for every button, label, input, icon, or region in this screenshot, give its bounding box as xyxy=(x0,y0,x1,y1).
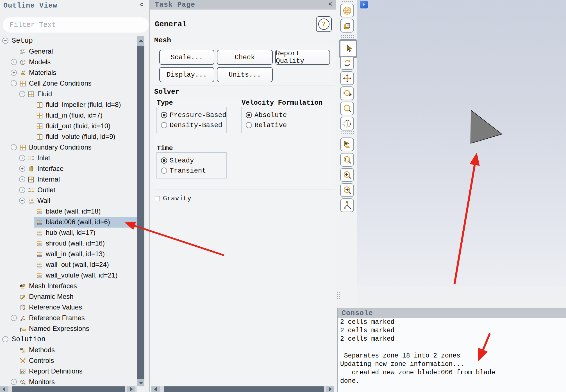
tree-item-label: Methods xyxy=(29,346,55,354)
radio-unselected-icon[interactable] xyxy=(246,122,252,128)
expand-toggle-icon[interactable]: + xyxy=(11,70,17,76)
tree-item-wall-in-wall-id-13[interactable]: wall_in (wall, id=13) xyxy=(0,249,137,260)
gravity-checkbox[interactable] xyxy=(155,196,160,201)
expand-toggle-icon[interactable]: + xyxy=(11,379,17,385)
expand-toggle-icon[interactable]: + xyxy=(11,315,17,321)
display-mesh-button[interactable] xyxy=(340,4,354,17)
zoom-area-button[interactable] xyxy=(340,102,354,115)
tree-item-outlet[interactable]: +Outlet xyxy=(0,185,137,196)
tree-item-mesh-interfaces[interactable]: Mesh Interfaces xyxy=(0,281,137,292)
tree-item-monitors[interactable]: +Monitors xyxy=(0,377,137,388)
task-hscrollbar[interactable] xyxy=(151,386,334,392)
probe-info-button[interactable] xyxy=(340,117,354,130)
pan-view-button[interactable] xyxy=(340,71,354,85)
tree-item-methods[interactable]: Methods xyxy=(0,345,137,356)
zoom-in-out-button[interactable] xyxy=(340,86,354,100)
outline-collapse-icon[interactable]: < xyxy=(139,1,143,9)
tree-item-blade-wall-id-18[interactable]: blade (wall, id=18) xyxy=(0,206,137,217)
tree-item-models[interactable]: +Models xyxy=(0,57,137,68)
view-orientation-button[interactable] xyxy=(340,19,354,33)
zoom-back-button[interactable] xyxy=(340,168,354,182)
outline-hscrollbar[interactable] xyxy=(0,386,137,392)
radio-unselected-icon[interactable] xyxy=(161,168,167,174)
expand-toggle-icon[interactable]: + xyxy=(19,187,25,193)
tree-item-wall-out-wall-id-24[interactable]: wall_out (wall, id=24) xyxy=(0,260,137,270)
tree-item-materials[interactable]: +Materials xyxy=(0,68,137,78)
tree-item-setup[interactable]: −Setup xyxy=(0,36,137,46)
relative-radio[interactable]: Relative xyxy=(246,121,287,130)
console-output[interactable]: 2 cells marked2 cells marked2 cells mark… xyxy=(338,318,566,392)
expand-toggle-icon[interactable]: + xyxy=(11,59,17,65)
display-button[interactable]: Display... xyxy=(159,67,214,82)
scroll-thumb[interactable] xyxy=(137,46,144,379)
tree-item-hub-wall-id-17[interactable]: hub (wall, id=17) xyxy=(0,228,137,238)
tree-item-inlet[interactable]: +Inlet xyxy=(0,153,137,164)
expand-toggle-icon[interactable]: + xyxy=(19,155,25,161)
tree-item-blade-006-wall-id-6[interactable]: blade:006 (wall, id=6) xyxy=(0,217,137,228)
help-button[interactable]: ? xyxy=(316,16,332,32)
tree-item-reference-frames[interactable]: +Reference Frames xyxy=(0,313,137,324)
collapse-toggle-icon[interactable]: − xyxy=(11,80,17,86)
check-button[interactable]: Check xyxy=(217,50,273,65)
task-page-collapse-icon[interactable]: < xyxy=(328,1,332,8)
tree-item-internal[interactable]: +Internal xyxy=(0,174,137,185)
steady-radio[interactable]: Steady xyxy=(161,156,194,165)
tree-item-fluid-volute-fluid-id-9[interactable]: fluid_volute (fluid, id=9) xyxy=(0,132,137,142)
rotate-view-button[interactable] xyxy=(340,56,354,70)
tree-item-wall[interactable]: −Wall xyxy=(0,196,137,206)
tree-item-general[interactable]: General xyxy=(0,46,137,57)
gravity-label: Gravity xyxy=(163,195,191,202)
display-mesh-icon xyxy=(342,6,352,15)
scroll-down-button[interactable] xyxy=(137,379,144,386)
absolute-radio[interactable]: Absolute xyxy=(246,111,287,120)
radio-selected-icon[interactable] xyxy=(161,157,167,164)
tree-item-fluid-impeller-fluid-id-8[interactable]: fluid_impeller (fluid, id=8) xyxy=(0,100,137,110)
axis-triad-button[interactable] xyxy=(340,198,354,212)
collapse-toggle-icon[interactable]: − xyxy=(2,38,8,44)
outline-vscrollbar[interactable] xyxy=(137,36,144,386)
expand-toggle-icon[interactable]: + xyxy=(19,176,25,182)
tree-item-reference-values[interactable]: Reference Values xyxy=(0,302,137,313)
pressure-based-radio[interactable]: Pressure-Based xyxy=(161,111,226,120)
tree-item-wall-volute-wall-id-21[interactable]: wall_volute (wall, id=21) xyxy=(0,270,137,281)
tree-item-dynamic-mesh[interactable]: Dynamic Mesh xyxy=(0,292,137,302)
select-pointer-button[interactable] xyxy=(339,39,358,58)
separated-face-triangle[interactable] xyxy=(471,110,502,143)
radio-selected-icon[interactable] xyxy=(246,112,252,118)
collapse-toggle-icon[interactable]: − xyxy=(19,198,25,204)
tree-item-label: Solution xyxy=(12,335,46,343)
transient-radio[interactable]: Transient xyxy=(161,166,206,175)
collapse-toggle-icon[interactable]: − xyxy=(11,144,17,150)
collapse-toggle-icon[interactable]: − xyxy=(19,91,25,97)
tree-item-named-expressions[interactable]: fNamed Expressions xyxy=(0,324,137,334)
collapse-toggle-icon[interactable]: − xyxy=(2,336,8,342)
expand-toggle-icon[interactable]: + xyxy=(19,166,25,172)
toolbar-drag-handle[interactable] xyxy=(342,1,353,3)
tree-item-solution[interactable]: −Solution xyxy=(0,334,137,345)
tree-item-interface[interactable]: +Interface xyxy=(0,164,137,174)
scale-button[interactable]: Scale... xyxy=(159,50,214,65)
zoom-to-fit-icon xyxy=(342,155,352,165)
zoom-forward-button[interactable] xyxy=(340,183,354,197)
tree-item-fluid-out-fluid-id-10[interactable]: fluid_out (fluid, id=10) xyxy=(0,121,137,132)
radio-selected-icon[interactable] xyxy=(161,112,167,118)
report-quality-button[interactable]: Report Quality xyxy=(275,50,330,65)
density-based-radio[interactable]: Density-Based xyxy=(161,121,222,130)
view-sweep-button[interactable] xyxy=(340,137,354,151)
tree-item-fluid-in-fluid-id-7[interactable]: fluid_in (fluid, id=7) xyxy=(0,110,137,121)
units-button[interactable]: Units... xyxy=(217,67,273,82)
tree-item-boundary-conditions[interactable]: −Boundary Conditions xyxy=(0,142,137,153)
tree-item-label: Monitors xyxy=(29,378,55,386)
tree-item-controls[interactable]: Controls xyxy=(0,356,137,366)
tree-item-shroud-wall-id-16[interactable]: shroud (wall, id=16) xyxy=(0,238,137,249)
graphics-viewport[interactable]: F xyxy=(357,0,566,286)
zoom-to-fit-button[interactable] xyxy=(340,153,354,167)
filter-input[interactable] xyxy=(3,17,149,33)
radio-unselected-icon[interactable] xyxy=(161,122,167,128)
tree-item-report-definitions[interactable]: Report Definitions xyxy=(0,366,137,377)
fluent-window: Outline View < −SetupGeneral+Models+Mate… xyxy=(0,0,566,392)
scroll-up-button[interactable] xyxy=(137,36,144,46)
panel-drag-handle[interactable] xyxy=(337,292,341,299)
tree-item-fluid[interactable]: −Fluid xyxy=(0,89,137,100)
tree-item-cell-zone-conditions[interactable]: −Cell Zone Conditions xyxy=(0,78,137,89)
